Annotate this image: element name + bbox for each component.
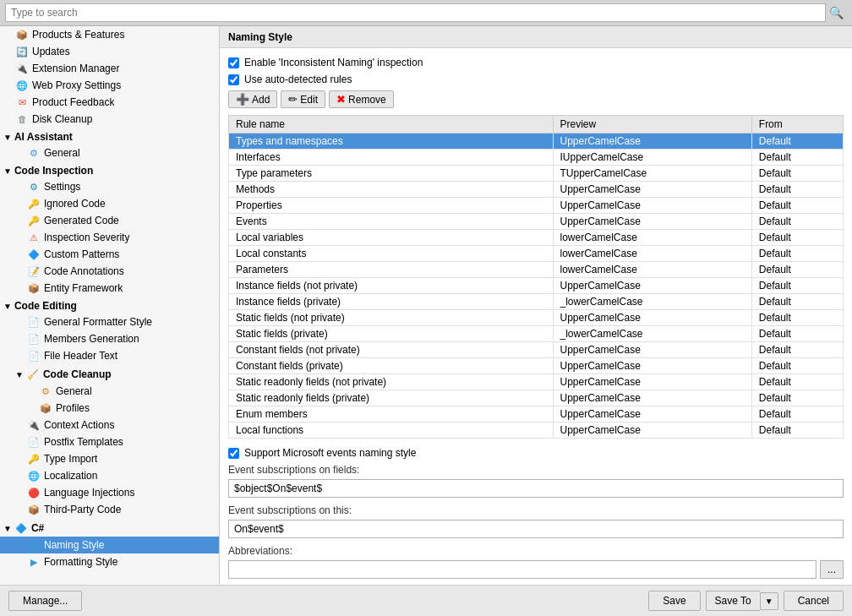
sidebar-item-ce-typeimport[interactable]: 🔑 Type Import: [0, 450, 219, 467]
sidebar-item-cs-naming[interactable]: Aa Naming Style: [0, 537, 219, 553]
save-to-button[interactable]: Save To: [706, 591, 760, 611]
table-row[interactable]: Instance fields (not private)UpperCamelC…: [229, 278, 844, 294]
sidebar-item-label: Custom Patterns: [44, 248, 119, 260]
generated-icon: 🔑: [27, 214, 41, 227]
main-container: 🔍 📦 Products & Features 🔄 Updates 🔌 Exte…: [0, 0, 852, 616]
table-row[interactable]: Static fields (private)_lowerCamelCaseDe…: [229, 326, 844, 342]
event-this-label: Event subscriptions on this:: [228, 504, 844, 516]
sidebar-item-ce-context[interactable]: 🔌 Context Actions: [0, 417, 219, 433]
sidebar-item-ce-thirdparty[interactable]: 📦 Third-Party Code: [0, 501, 219, 518]
ellipsis-button[interactable]: ...: [820, 560, 844, 579]
sidebar-item-webproxy[interactable]: 🌐 Web Proxy Settings: [0, 77, 219, 94]
sidebar-item-label: Postfix Templates: [44, 436, 123, 448]
manage-button[interactable]: Manage...: [8, 591, 82, 611]
sidebar-item-disk[interactable]: 🗑 Disk Cleanup: [0, 111, 219, 128]
add-button[interactable]: ➕ Add: [228, 90, 277, 108]
checkbox-inconsistent-label: Enable 'Inconsistent Naming' inspection: [244, 57, 423, 68]
edit-label: Edit: [300, 94, 318, 106]
sidebar-item-ci-generated[interactable]: 🔑 Generated Code: [0, 212, 219, 229]
checkbox-inconsistent[interactable]: [228, 57, 239, 68]
langinjections-icon: 🔴: [27, 486, 41, 499]
checkbox-row-autodetect: Use auto-detected rules: [228, 74, 844, 85]
table-row[interactable]: Types and namespacesUpperCamelCaseDefaul…: [229, 134, 844, 150]
sidebar-item-updates[interactable]: 🔄 Updates: [0, 43, 219, 60]
sidebar-item-label: Extension Manager: [32, 63, 119, 74]
search-button[interactable]: 🔍: [826, 4, 847, 21]
save-button[interactable]: Save: [648, 591, 700, 611]
products-icon: 📦: [15, 28, 29, 41]
sidebar-item-ci-ignored[interactable]: 🔑 Ignored Code: [0, 195, 219, 212]
sidebar-item-ci-custom[interactable]: 🔷 Custom Patterns: [0, 246, 219, 263]
event-fields-label: Event subscriptions on fields:: [228, 464, 844, 476]
table-row[interactable]: Constant fields (not private)UpperCamelC…: [229, 342, 844, 358]
sidebar-item-ce-langinjections[interactable]: 🔴 Language Injections: [0, 484, 219, 501]
table-row[interactable]: Enum membersUpperCamelCaseDefault: [229, 406, 844, 422]
sidebar-item-ce-formatter[interactable]: 📄 General Formatter Style: [0, 313, 219, 330]
abbreviations-row: ...: [228, 560, 844, 579]
table-row[interactable]: Static readonly fields (not private)Uppe…: [229, 374, 844, 390]
disk-icon: 🗑: [15, 112, 29, 126]
panel-content: Enable 'Inconsistent Naming' inspection …: [220, 48, 852, 585]
extension-icon: 🔌: [15, 62, 29, 75]
sidebar-item-ci-annotations[interactable]: 📝 Code Annotations: [0, 263, 219, 280]
sidebar-item-label: General: [44, 147, 80, 159]
bottom-bar: Manage... Save Save To ▼ Cancel: [0, 585, 852, 616]
add-label: Add: [252, 94, 270, 106]
table-row[interactable]: ParameterslowerCamelCaseDefault: [229, 262, 844, 278]
table-row[interactable]: Local variableslowerCamelCaseDefault: [229, 230, 844, 246]
panel-header: Naming Style: [220, 26, 852, 48]
formatter-icon: 📄: [27, 315, 41, 329]
cancel-button[interactable]: Cancel: [784, 591, 844, 611]
event-fields-input[interactable]: [228, 479, 844, 498]
sidebar-item-cs-formatting[interactable]: ▶ Formatting Style: [0, 553, 219, 570]
table-row[interactable]: Type parametersTUpperCamelCaseDefault: [229, 166, 844, 182]
search-input[interactable]: [5, 3, 826, 22]
table-row[interactable]: PropertiesUpperCamelCaseDefault: [229, 198, 844, 214]
section-code-editing[interactable]: ▼ Code Editing: [0, 297, 219, 313]
sidebar-item-products[interactable]: 📦 Products & Features: [0, 26, 219, 43]
sidebar-item-ce-localization[interactable]: 🌐 Localization: [0, 467, 219, 484]
table-row[interactable]: Constant fields (private)UpperCamelCaseD…: [229, 358, 844, 374]
bottom-right: Save Save To ▼ Cancel: [648, 591, 844, 611]
section-arrow: ▼: [3, 133, 12, 142]
section-csharp[interactable]: ▼ 🔷 C#: [0, 518, 219, 537]
sidebar-item-cc-general[interactable]: ⚙ General: [0, 383, 219, 400]
sidebar-item-label: Members Generation: [44, 333, 139, 345]
edit-icon: ✏: [288, 93, 298, 106]
section-arrow: ▼: [15, 370, 24, 379]
abbreviations-input[interactable]: [228, 560, 816, 579]
section-label: AI Assistant: [14, 131, 73, 143]
entity-icon: 📦: [27, 281, 41, 295]
sidebar-item-ce-fileheader[interactable]: 📄 File Header Text: [0, 347, 219, 364]
table-row[interactable]: MethodsUpperCamelCaseDefault: [229, 182, 844, 198]
sidebar-item-extension[interactable]: 🔌 Extension Manager: [0, 60, 219, 77]
table-row[interactable]: Static fields (not private)UpperCamelCas…: [229, 310, 844, 326]
event-this-input[interactable]: [228, 520, 844, 538]
table-row[interactable]: Local constantslowerCamelCaseDefault: [229, 246, 844, 262]
sidebar-item-ce-members[interactable]: 📄 Members Generation: [0, 330, 219, 347]
context-icon: 🔌: [27, 418, 41, 432]
table-row[interactable]: InterfacesIUpperCamelCaseDefault: [229, 150, 844, 166]
sidebar-item-ai-general[interactable]: ⚙ General: [0, 144, 219, 161]
sidebar-item-ce-postfix[interactable]: 📄 Postfix Templates: [0, 433, 219, 450]
table-row[interactable]: Instance fields (private)_lowerCamelCase…: [229, 294, 844, 310]
table-row[interactable]: Static readonly fields (private)UpperCam…: [229, 390, 844, 406]
sidebar-item-label: General: [56, 385, 92, 397]
sidebar-item-ci-severity[interactable]: ⚠ Inspection Severity: [0, 229, 219, 246]
table-row[interactable]: Local functionsUpperCamelCaseDefault: [229, 422, 844, 439]
sidebar-item-ci-entity[interactable]: 📦 Entity Framework: [0, 280, 219, 297]
save-to-arrow-button[interactable]: ▼: [760, 592, 778, 610]
sidebar-item-feedback[interactable]: ✉ Product Feedback: [0, 94, 219, 111]
table-row[interactable]: EventsUpperCamelCaseDefault: [229, 214, 844, 230]
section-code-inspection[interactable]: ▼ Code Inspection: [0, 161, 219, 178]
section-ai-assistant[interactable]: ▼ AI Assistant: [0, 128, 219, 144]
sidebar-item-ci-settings[interactable]: ⚙ Settings: [0, 178, 219, 195]
cc-general-icon: ⚙: [39, 384, 52, 398]
remove-button[interactable]: ✖ Remove: [329, 90, 394, 108]
section-code-cleanup[interactable]: ▼ 🧹 Code Cleanup: [0, 364, 219, 383]
edit-button[interactable]: ✏ Edit: [281, 90, 325, 108]
checkbox-autodetect[interactable]: [228, 74, 239, 85]
sidebar-item-cc-profiles[interactable]: 📦 Profiles: [0, 400, 219, 417]
col-header-preview: Preview: [553, 116, 751, 134]
checkbox-ms-events[interactable]: [228, 448, 239, 459]
